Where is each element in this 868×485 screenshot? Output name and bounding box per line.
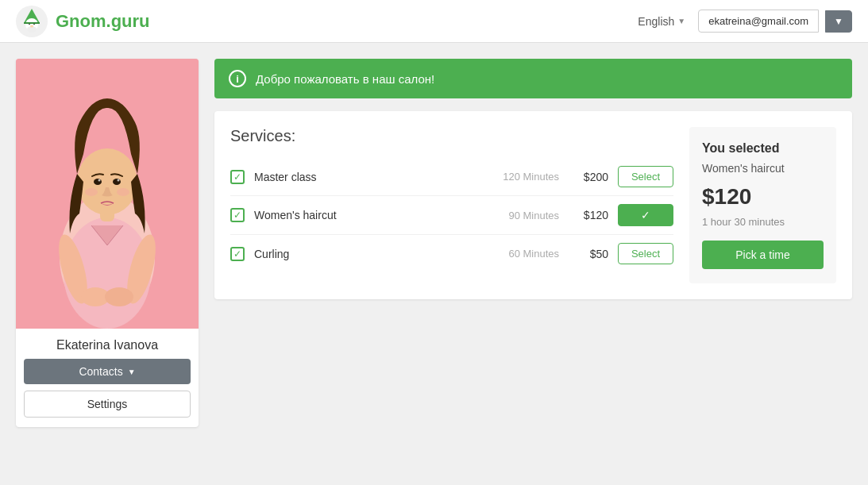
logo-text: Gnom.guru — [56, 11, 150, 32]
svg-point-17 — [85, 188, 98, 196]
svg-point-14 — [113, 179, 121, 185]
services-list: Services: ✓ Master class 120 Minutes $20… — [230, 127, 673, 283]
profile-photo — [16, 59, 199, 329]
service-checkbox-masterclass[interactable]: ✓ — [230, 170, 245, 184]
settings-button[interactable]: Settings — [24, 391, 191, 418]
services-title: Services: — [230, 127, 673, 145]
profile-card: Ekaterina Ivanova Contacts ▼ Settings — [16, 59, 199, 427]
summary-price: $120 — [702, 184, 824, 210]
svg-point-15 — [98, 179, 101, 182]
user-email-button[interactable]: ekatreina@gmail.com — [698, 10, 819, 33]
select-button-masterclass[interactable]: Select — [618, 166, 673, 187]
logo: Gnom.guru — [16, 6, 150, 37]
sidebar: Ekaterina Ivanova Contacts ▼ Settings — [16, 59, 199, 427]
svg-point-16 — [118, 179, 120, 182]
service-duration-curling: 60 Minutes — [488, 248, 559, 260]
lang-caret-icon: ▼ — [677, 17, 685, 25]
profile-name: Ekaterina Ivanova — [16, 329, 199, 359]
contacts-button[interactable]: Contacts ▼ — [24, 359, 191, 384]
main-layout: Ekaterina Ivanova Contacts ▼ Settings i … — [0, 43, 868, 443]
pick-time-button[interactable]: Pick a time — [702, 241, 824, 269]
service-duration-haircut: 90 Minutes — [488, 210, 559, 221]
checkmark-icon: ✓ — [641, 209, 650, 221]
service-checkbox-curling[interactable]: ✓ — [230, 247, 245, 261]
table-row: ✓ Master class 120 Minutes $200 Select — [230, 158, 673, 196]
svg-point-18 — [117, 188, 129, 196]
logo-icon — [16, 6, 48, 37]
service-checkbox-haircut[interactable]: ✓ — [230, 208, 245, 222]
svg-point-22 — [105, 287, 133, 306]
header: Gnom.guru English ▼ ekatreina@gmail.com … — [0, 0, 868, 43]
contacts-caret-icon: ▼ — [128, 368, 136, 376]
service-price-masterclass: $200 — [569, 171, 608, 183]
main-content: i Добро пожаловать в наш салон! Services… — [214, 59, 852, 427]
svg-rect-7 — [24, 22, 40, 24]
service-duration-masterclass: 120 Minutes — [488, 171, 559, 183]
welcome-banner: i Добро пожаловать в наш салон! — [214, 59, 852, 98]
summary-title: You selected — [702, 141, 824, 156]
service-price-haircut: $120 — [569, 209, 608, 221]
summary-service-name: Women's haircut — [702, 162, 824, 175]
table-row: ✓ Curling 60 Minutes $50 Select — [230, 235, 673, 272]
svg-point-6 — [30, 25, 33, 27]
info-icon: i — [229, 70, 246, 87]
user-dropdown-button[interactable]: ▼ — [825, 10, 852, 33]
summary-panel: You selected Women's haircut $120 1 hour… — [689, 127, 836, 283]
service-name-curling: Curling — [254, 248, 478, 260]
language-button[interactable]: English ▼ — [631, 12, 692, 31]
services-panel: Services: ✓ Master class 120 Minutes $20… — [214, 111, 852, 299]
service-price-curling: $50 — [569, 248, 608, 260]
service-name-haircut: Women's haircut — [254, 209, 478, 221]
select-button-curling[interactable]: Select — [618, 243, 673, 264]
welcome-message: Добро пожаловать в наш салон! — [256, 72, 434, 86]
profile-image — [16, 59, 199, 329]
svg-point-13 — [94, 179, 102, 185]
summary-duration: 1 hour 30 minutes — [702, 216, 824, 228]
table-row: ✓ Women's haircut 90 Minutes $120 ✓ — [230, 196, 673, 235]
service-name-masterclass: Master class — [254, 171, 478, 183]
header-right: English ▼ ekatreina@gmail.com ▼ — [631, 10, 852, 33]
selected-button-haircut[interactable]: ✓ — [618, 204, 673, 226]
